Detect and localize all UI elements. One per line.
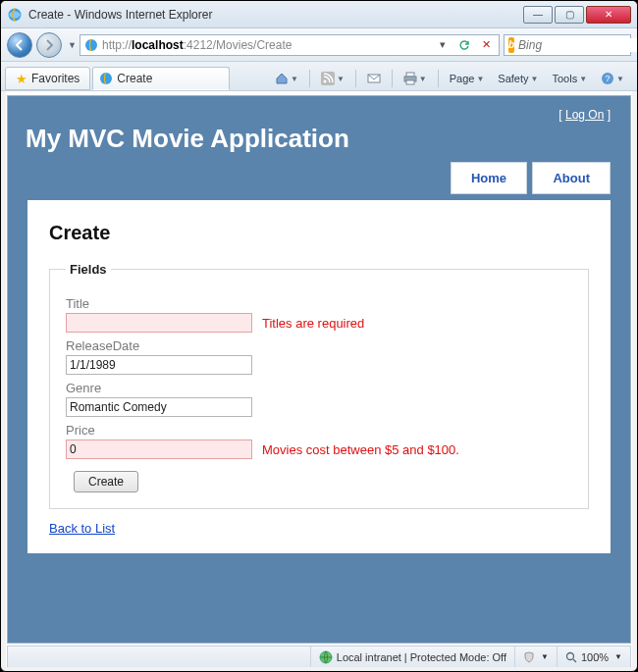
zoom-icon	[565, 651, 577, 663]
nav-history-dropdown[interactable]: ▼	[66, 40, 76, 50]
title-label: Title	[66, 296, 572, 311]
content-card: Create Fields Title Titles are required …	[27, 200, 611, 553]
favorites-label: Favorites	[31, 72, 80, 85]
forward-button[interactable]	[36, 32, 62, 58]
browser-window: Create - Windows Internet Explorer — ▢ ✕…	[0, 0, 638, 672]
safety-menu[interactable]: Safety ▼	[493, 68, 543, 89]
fields-legend: Fields	[66, 262, 111, 277]
tab-toolbar-row: ★ Favorites Create ▼ ▼ ▼	[1, 62, 637, 91]
address-url[interactable]: http://localhost:4212/Movies/Create	[102, 38, 430, 52]
window-titlebar: Create - Windows Internet Explorer — ▢ ✕	[1, 1, 637, 28]
home-icon	[275, 72, 289, 85]
bing-icon: b	[508, 37, 514, 53]
security-zone[interactable]: Local intranet | Protected Mode: Off	[310, 646, 514, 667]
logon-section: [ Log On ]	[22, 108, 611, 122]
home-button[interactable]: ▼	[270, 68, 303, 89]
tools-menu[interactable]: Tools ▼	[547, 68, 592, 89]
minimize-button[interactable]: —	[523, 6, 553, 24]
releasedate-label: ReleaseDate	[66, 338, 572, 353]
logon-link[interactable]: Log On	[565, 108, 604, 122]
address-dropdown[interactable]: ▾	[434, 36, 452, 54]
stop-button[interactable]: ✕	[477, 36, 495, 54]
search-box[interactable]: b ▼	[504, 34, 631, 56]
page-heading: Create	[49, 222, 589, 244]
address-bar[interactable]: http://localhost:4212/Movies/Create ▾ ✕	[80, 34, 500, 56]
svg-point-2	[100, 73, 112, 84]
page-viewport: [ Log On ] My MVC Movie Application Home…	[7, 95, 631, 644]
rss-icon	[321, 72, 335, 85]
mail-icon	[367, 73, 381, 84]
page-menu[interactable]: Page ▼	[445, 68, 490, 89]
refresh-button[interactable]	[455, 36, 473, 54]
app-title: My MVC Movie Application	[26, 124, 616, 154]
price-input[interactable]	[66, 439, 252, 459]
genre-input[interactable]	[66, 397, 252, 417]
ie-page-icon	[84, 38, 98, 52]
tab-label: Create	[117, 72, 152, 85]
print-button[interactable]: ▼	[399, 68, 432, 89]
genre-label: Genre	[66, 381, 572, 395]
favorites-button[interactable]: ★ Favorites	[5, 67, 90, 90]
search-input[interactable]	[518, 38, 638, 52]
price-label: Price	[66, 423, 572, 438]
title-input[interactable]	[66, 313, 252, 333]
svg-rect-8	[406, 80, 414, 84]
shield-icon	[523, 651, 535, 663]
back-button[interactable]	[7, 32, 32, 58]
command-bar: ▼ ▼ ▼ Page ▼ Safety ▼ Tools ▼ ?▼	[270, 67, 633, 90]
feeds-button[interactable]: ▼	[316, 68, 349, 89]
help-icon: ?	[601, 72, 614, 85]
mail-button[interactable]	[362, 68, 386, 89]
create-button[interactable]: Create	[74, 471, 138, 492]
ie-page-icon	[99, 72, 113, 85]
back-to-list-link[interactable]: Back to List	[49, 521, 115, 536]
close-button[interactable]: ✕	[586, 6, 631, 24]
navigation-bar: ▼ http://localhost:4212/Movies/Create ▾ …	[1, 28, 637, 62]
help-button[interactable]: ?▼	[596, 68, 629, 89]
fields-fieldset: Fields Title Titles are required Release…	[49, 262, 589, 509]
price-error: Movies cost between $5 and $100.	[262, 442, 459, 457]
nav-about[interactable]: About	[532, 162, 611, 194]
svg-point-1	[85, 39, 97, 51]
zoom-control[interactable]: 100% ▼	[557, 646, 630, 667]
releasedate-input[interactable]	[66, 355, 252, 375]
window-title: Create - Windows Internet Explorer	[28, 8, 521, 22]
ie-icon	[7, 7, 23, 23]
svg-rect-6	[406, 73, 414, 77]
star-icon: ★	[16, 72, 27, 86]
svg-point-4	[323, 80, 326, 83]
nav-home[interactable]: Home	[451, 162, 527, 194]
title-error: Titles are required	[262, 316, 364, 331]
status-message	[8, 646, 310, 667]
privacy-button[interactable]: ▼	[514, 646, 557, 667]
browser-tab[interactable]: Create	[92, 67, 230, 90]
site-nav: Home About	[22, 162, 611, 194]
maximize-button[interactable]: ▢	[555, 6, 584, 24]
svg-point-12	[566, 652, 573, 659]
svg-text:?: ?	[606, 74, 611, 83]
print-icon	[403, 72, 417, 85]
globe-icon	[319, 650, 333, 664]
status-bar: Local intranet | Protected Mode: Off ▼ 1…	[7, 646, 631, 667]
